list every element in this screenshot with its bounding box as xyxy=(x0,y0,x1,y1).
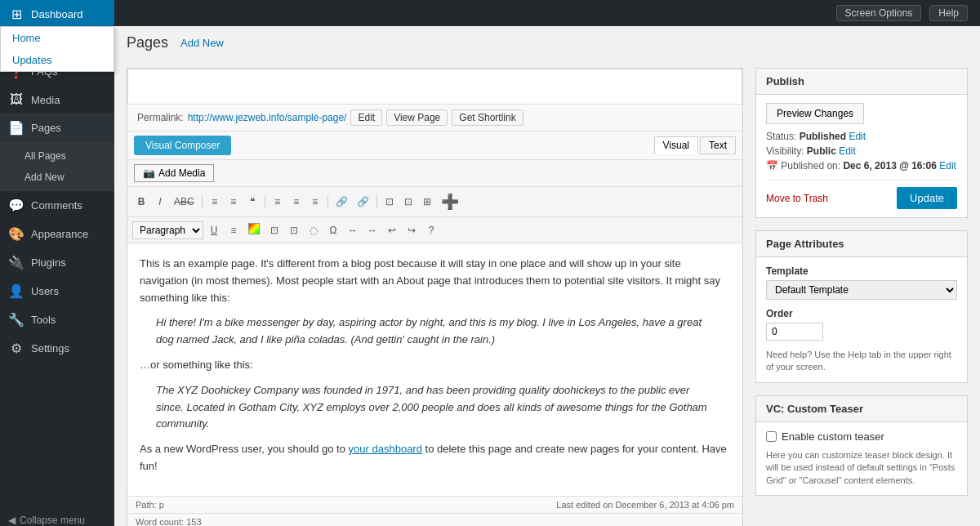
template-row: Template Default Template xyxy=(766,265,957,300)
sidebar-item-appearance[interactable]: 🎨 Appearance xyxy=(0,220,114,248)
content-p3-before: As a new WordPress user, you should go t… xyxy=(140,443,349,455)
italic-button[interactable]: I xyxy=(151,194,169,210)
add-new-button[interactable]: Add New xyxy=(180,37,224,49)
editor-tab-group: Visual Text xyxy=(654,136,736,154)
page-attributes-widget: Page Attributes Template Default Templat… xyxy=(755,230,968,383)
paste-text-button[interactable]: ⊡ xyxy=(265,222,283,238)
template-select[interactable]: Default Template xyxy=(766,280,957,300)
sidebar-item-comments[interactable]: 💬 Comments xyxy=(0,191,114,220)
sidebar-item-label: Tools xyxy=(31,314,56,326)
screen-options-button[interactable]: Screen Options xyxy=(836,5,922,21)
outdent-button[interactable]: ↔ xyxy=(344,222,362,238)
ordered-list-button[interactable]: ≡ xyxy=(225,194,243,210)
add-new-page-link[interactable]: Add New xyxy=(0,167,114,188)
content-p2: …or something like this: xyxy=(140,357,730,374)
add-media-button[interactable]: 📷 Add Media xyxy=(134,164,214,182)
permalink-url[interactable]: http://www.jezweb.info/sample-page/ xyxy=(188,112,347,123)
paragraph-select[interactable]: Paragraph xyxy=(132,221,203,239)
special-chars-button[interactable]: Ω xyxy=(324,222,342,238)
sidebar-item-pages[interactable]: 📄 Pages xyxy=(0,114,114,142)
enable-custom-teaser-checkbox[interactable] xyxy=(766,431,777,442)
status-value: Published xyxy=(800,131,846,142)
visibility-value: Public xyxy=(807,145,836,157)
tab-text[interactable]: Text xyxy=(700,136,736,154)
tab-visual[interactable]: Visual xyxy=(654,136,698,154)
underline-button[interactable]: U xyxy=(205,222,223,238)
page-title-bar: Pages Add New xyxy=(114,26,980,60)
comments-icon: 💬 xyxy=(8,198,24,213)
tools-icon: 🔧 xyxy=(8,312,24,328)
sidebar-item-label: Dashboard xyxy=(31,8,83,20)
published-edit-link[interactable]: Edit xyxy=(939,160,956,172)
dashboard-icon: ⊞ xyxy=(8,7,24,22)
insert-image-button[interactable]: ⊡ xyxy=(381,194,399,210)
users-icon: 👤 xyxy=(8,283,24,299)
order-input[interactable]: 0 xyxy=(766,323,823,341)
pages-icon: 📄 xyxy=(8,120,24,136)
sidebar-item-plugins[interactable]: 🔌 Plugins xyxy=(0,248,114,277)
toolbar-sep-3 xyxy=(327,195,328,208)
link-button[interactable]: 🔗 xyxy=(332,194,352,210)
visibility-row: Visibility: Public Edit xyxy=(766,145,957,157)
sidebar-item-media[interactable]: 🖼 Media xyxy=(0,86,114,114)
sidebar: ⊞ Dashboard Home Updates ✎ Articles ❓ FA… xyxy=(0,0,114,526)
sidebar-item-label: Comments xyxy=(31,199,82,212)
justify-button[interactable]: ≡ xyxy=(225,222,243,238)
unlink-button[interactable]: 🔗 xyxy=(353,194,373,210)
indent-button[interactable]: ↔ xyxy=(363,222,381,238)
page-attributes-help: Need help? Use the Help tab in the upper… xyxy=(766,349,957,374)
help-button[interactable]: Help xyxy=(929,5,968,21)
dropdown-home[interactable]: Home xyxy=(1,27,114,49)
page-attributes-header: Page Attributes xyxy=(756,231,967,257)
unordered-list-button[interactable]: ≡ xyxy=(206,194,224,210)
permalink-edit-button[interactable]: Edit xyxy=(350,109,382,126)
custom-teaser-widget: VC: Custom Teaser Enable custom teaser H… xyxy=(755,395,968,496)
bold-button[interactable]: B xyxy=(132,194,150,210)
enable-custom-teaser-label: Enable custom teaser xyxy=(782,430,884,443)
editor-content[interactable]: This is an example page. It's different … xyxy=(127,243,742,496)
sidebar-item-tools[interactable]: 🔧 Tools xyxy=(0,305,114,334)
text-color-button[interactable] xyxy=(244,221,264,239)
get-shortlink-button[interactable]: Get Shortlink xyxy=(452,109,523,126)
permalink-label: Permalink: xyxy=(137,112,184,123)
sidebar-item-settings[interactable]: ⚙ Settings xyxy=(0,334,114,363)
eraser-button[interactable]: ◌ xyxy=(305,222,323,238)
sidebar-item-users[interactable]: 👤 Users xyxy=(0,277,114,305)
view-page-button[interactable]: View Page xyxy=(386,109,448,126)
publish-widget: Publish Preview Changes Status: Publishe… xyxy=(755,68,968,218)
sidebar-widgets: Publish Preview Changes Status: Publishe… xyxy=(755,68,968,526)
sidebar-item-dashboard[interactable]: ⊞ Dashboard Home Updates xyxy=(0,0,114,29)
align-center-button[interactable]: ≡ xyxy=(287,194,305,210)
content-body: Sample Page Permalink: http://www.jezweb… xyxy=(114,60,980,526)
redo-button[interactable]: ↪ xyxy=(403,222,421,238)
align-right-button[interactable]: ≡ xyxy=(306,194,324,210)
status-edit-link[interactable]: Edit xyxy=(849,131,866,142)
undo-button[interactable]: ↩ xyxy=(383,222,401,238)
pages-submenu: All Pages Add New xyxy=(0,142,114,191)
preview-changes-button[interactable]: Preview Changes xyxy=(766,103,864,124)
status-label: Status: xyxy=(766,131,796,142)
help-toolbar-button[interactable]: ? xyxy=(422,222,440,238)
move-to-trash-link[interactable]: Move to Trash xyxy=(766,193,828,204)
strikethrough-button[interactable]: ABC xyxy=(170,194,198,210)
blockquote-button[interactable]: ❝ xyxy=(243,194,261,210)
order-label: Order xyxy=(766,308,957,319)
main-area: Screen Options Help Pages Add New Sample… xyxy=(114,0,980,526)
align-left-button[interactable]: ≡ xyxy=(269,194,287,210)
published-label: Published on: xyxy=(781,160,840,172)
media-bar: 📷 Add Media xyxy=(127,160,742,187)
paste-word-button[interactable]: ⊡ xyxy=(285,222,303,238)
dropdown-updates[interactable]: Updates xyxy=(1,49,114,71)
update-button[interactable]: Update xyxy=(897,187,957,209)
all-pages-link[interactable]: All Pages xyxy=(0,145,114,167)
add-element-button[interactable]: ➕ xyxy=(437,190,463,213)
page-title-input[interactable]: Sample Page xyxy=(127,69,742,105)
publish-actions: Move to Trash Update xyxy=(766,180,957,209)
collapse-menu-button[interactable]: ◀ Collapse menu xyxy=(0,510,114,526)
visual-composer-button[interactable]: Visual Composer xyxy=(134,136,231,155)
permalink-bar: Permalink: http://www.jezweb.info/sample… xyxy=(127,105,742,132)
dashboard-link[interactable]: your dashboard xyxy=(349,443,422,455)
visibility-edit-link[interactable]: Edit xyxy=(839,145,856,157)
insert-more-button[interactable]: ⊡ xyxy=(399,194,417,210)
insert-table-button[interactable]: ⊞ xyxy=(418,194,436,210)
